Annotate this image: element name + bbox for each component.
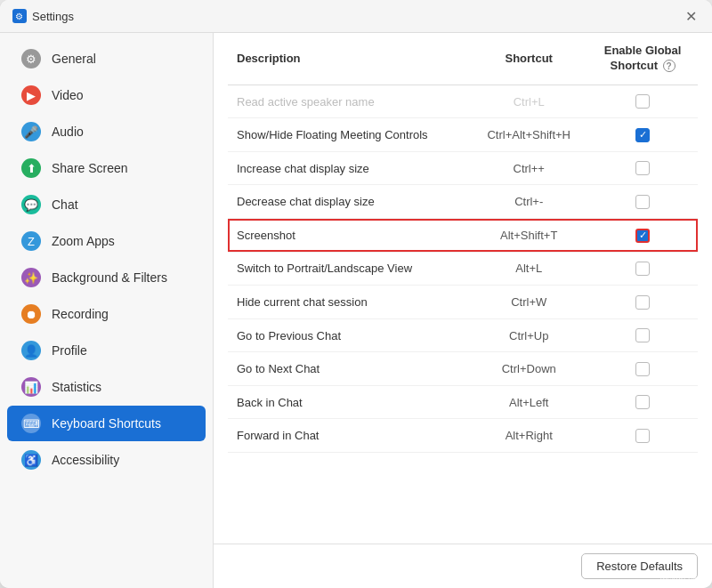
- sidebar-item-accessibility[interactable]: ♿Accessibility: [7, 442, 206, 478]
- sidebar-label-recording: Recording: [52, 307, 109, 321]
- col-description: Description: [228, 33, 470, 85]
- sidebar-label-keyboard-shortcuts: Keyboard Shortcuts: [52, 416, 161, 431]
- row-shortcut: Ctrl+L: [470, 85, 587, 118]
- row-checkbox[interactable]: [635, 161, 650, 175]
- sidebar-label-audio: Audio: [52, 125, 84, 139]
- row-checkbox[interactable]: [635, 429, 650, 443]
- app-icon: ⚙: [12, 9, 27, 23]
- table-row: ScreenshotAlt+Shift+T✓: [228, 219, 698, 253]
- sidebar-label-chat: Chat: [52, 197, 78, 212]
- statistics-icon: 📊: [21, 377, 41, 397]
- row-description: Decrease chat display size: [228, 185, 470, 219]
- row-checkbox[interactable]: [635, 94, 650, 109]
- shortcuts-table: Description Shortcut Enable Global Short…: [228, 33, 698, 453]
- row-description: Read active speaker name: [228, 85, 470, 118]
- video-icon: ▶: [21, 85, 41, 105]
- table-row: Go to Previous ChatCtrl+Up: [228, 318, 698, 352]
- row-checkbox[interactable]: [635, 395, 650, 409]
- row-checkbox-cell: [587, 385, 698, 419]
- col-enable: Enable Global Shortcut ?: [587, 33, 698, 85]
- table-row: Switch to Portrait/Landscape ViewAlt+L: [228, 252, 698, 286]
- sidebar-label-profile: Profile: [52, 343, 87, 358]
- sidebar-item-video[interactable]: ▶Video: [7, 77, 206, 113]
- row-shortcut: Ctrl+Up: [470, 318, 587, 352]
- row-checkbox-cell: [587, 185, 698, 219]
- table-row: Show/Hide Floating Meeting ControlsCtrl+…: [228, 118, 698, 152]
- row-shortcut: Ctrl+Alt+Shift+H: [470, 118, 587, 152]
- row-checkbox[interactable]: ✓: [635, 229, 650, 243]
- sidebar-item-statistics[interactable]: 📊Statistics: [7, 369, 206, 405]
- sidebar-item-audio[interactable]: 🎤Audio: [7, 114, 206, 149]
- row-shortcut: Ctrl+-: [470, 185, 587, 219]
- table-row: Read active speaker nameCtrl+L: [228, 85, 698, 118]
- sidebar: ⚙General▶Video🎤Audio⬆Share Screen💬ChatZZ…: [0, 33, 214, 588]
- row-description: Switch to Portrait/Landscape View: [228, 252, 470, 286]
- row-description: Show/Hide Floating Meeting Controls: [228, 118, 470, 152]
- row-checkbox-cell: [587, 318, 698, 352]
- row-checkbox[interactable]: [635, 295, 650, 310]
- restore-defaults-button[interactable]: Restore Defaults: [581, 553, 698, 579]
- content-area: Description Shortcut Enable Global Short…: [214, 33, 712, 588]
- row-shortcut: Ctrl++: [470, 151, 587, 185]
- table-row: Increase chat display sizeCtrl++: [228, 151, 698, 185]
- sidebar-label-zoom-apps: Zoom Apps: [52, 234, 115, 248]
- svg-text:⚙: ⚙: [15, 12, 23, 21]
- close-button[interactable]: ✕: [682, 7, 700, 25]
- sidebar-item-background-filters[interactable]: ✨Background & Filters: [7, 260, 206, 295]
- row-checkbox-cell: ✓: [587, 219, 698, 253]
- sidebar-item-profile[interactable]: 👤Profile: [7, 333, 206, 368]
- row-description: Go to Next Chat: [228, 352, 470, 386]
- sidebar-item-recording[interactable]: ⏺Recording: [7, 296, 206, 332]
- row-checkbox-cell: [587, 419, 698, 453]
- row-shortcut: Alt+Left: [470, 385, 587, 419]
- row-checkbox[interactable]: [635, 328, 650, 342]
- row-checkbox-cell: [587, 286, 698, 319]
- row-description: Back in Chat: [228, 385, 470, 419]
- background-filters-icon: ✨: [21, 268, 41, 287]
- recording-icon: ⏺: [21, 304, 41, 324]
- chat-icon: 💬: [21, 195, 41, 214]
- sidebar-item-share-screen[interactable]: ⬆Share Screen: [7, 150, 206, 186]
- sidebar-item-chat[interactable]: 💬Chat: [7, 187, 206, 222]
- share-screen-icon: ⬆: [21, 158, 41, 178]
- sidebar-label-background-filters: Background & Filters: [52, 270, 167, 285]
- table-row: Decrease chat display sizeCtrl+-: [228, 185, 698, 219]
- row-description: Hide current chat session: [228, 286, 470, 319]
- footer: Restore Defaults: [214, 544, 712, 588]
- table-row: Back in ChatAlt+Left: [228, 385, 698, 419]
- row-checkbox[interactable]: ✓: [635, 128, 650, 142]
- row-description: Increase chat display size: [228, 151, 470, 185]
- table-row: Go to Next ChatCtrl+Down: [228, 352, 698, 386]
- row-checkbox-cell: [587, 352, 698, 386]
- row-shortcut: Alt+L: [470, 252, 587, 286]
- sidebar-label-general: General: [52, 52, 96, 66]
- row-checkbox[interactable]: [635, 262, 650, 276]
- row-description: Go to Previous Chat: [228, 318, 470, 352]
- accessibility-icon: ♿: [21, 450, 41, 470]
- row-checkbox[interactable]: [635, 195, 650, 209]
- sidebar-label-video: Video: [52, 88, 84, 102]
- sidebar-item-zoom-apps[interactable]: ZZoom Apps: [7, 223, 206, 259]
- titlebar: ⚙ Settings ✕: [0, 0, 712, 33]
- row-checkbox-cell: [587, 151, 698, 185]
- row-checkbox-cell: ✓: [587, 118, 698, 152]
- sidebar-label-accessibility: Accessibility: [52, 453, 119, 467]
- row-checkbox-cell: [587, 85, 698, 118]
- table-row: Hide current chat sessionCtrl+W: [228, 286, 698, 319]
- window-title: Settings: [32, 10, 682, 23]
- audio-icon: 🎤: [21, 122, 41, 141]
- sidebar-label-statistics: Statistics: [52, 380, 101, 394]
- keyboard-shortcuts-icon: ⌨: [21, 414, 41, 433]
- zoom-apps-icon: Z: [21, 231, 41, 251]
- row-description: Screenshot: [228, 219, 470, 253]
- row-checkbox[interactable]: [635, 362, 650, 376]
- sidebar-item-general[interactable]: ⚙General: [7, 41, 206, 77]
- sidebar-item-keyboard-shortcuts[interactable]: ⌨Keyboard Shortcuts: [7, 406, 206, 441]
- help-icon[interactable]: ?: [663, 60, 676, 72]
- general-icon: ⚙: [21, 49, 41, 68]
- row-shortcut: Ctrl+W: [470, 286, 587, 319]
- row-shortcut: Ctrl+Down: [470, 352, 587, 386]
- shortcuts-table-container: Description Shortcut Enable Global Short…: [214, 33, 712, 544]
- profile-icon: 👤: [21, 341, 41, 360]
- row-shortcut: Alt+Shift+T: [470, 219, 587, 253]
